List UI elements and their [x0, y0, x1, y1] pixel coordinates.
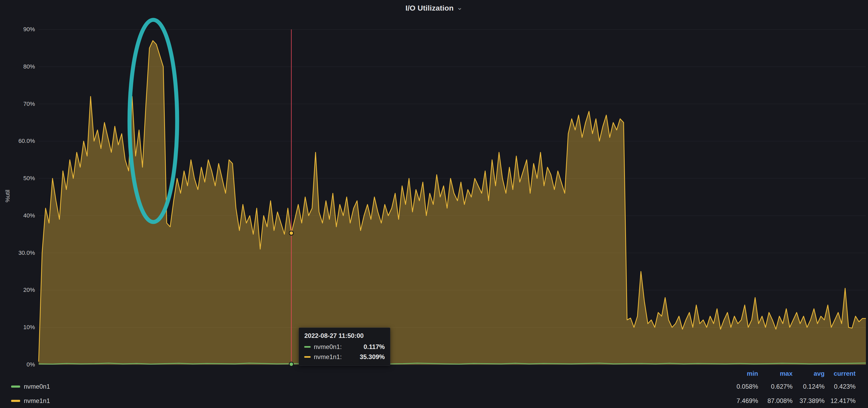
y-tick-label: 70%	[0, 101, 35, 107]
series-color-swatch-icon	[11, 400, 20, 402]
series-color-swatch-icon	[11, 385, 20, 387]
panel-title[interactable]: I/O Utilization	[405, 4, 454, 12]
legend-col-avg[interactable]: avg	[793, 370, 825, 377]
legend-series-label: nvme1n1	[24, 397, 50, 405]
legend-col-current[interactable]: current	[825, 370, 856, 377]
tooltip-timestamp: 2022-08-27 11:50:00	[304, 332, 385, 339]
hover-point	[289, 362, 293, 366]
tooltip-row: nvme0n1: 0.117%	[304, 343, 385, 350]
legend-row-nvme1n1: nvme1n1 7.469% 87.008% 37.389% 12.417%	[0, 394, 856, 408]
tooltip-series-value: 0.117%	[364, 343, 385, 350]
grafana-panel: I/O Utilization ⌄ %util 90%80%70%60.0%50…	[0, 0, 868, 408]
y-tick-label: 30.0%	[0, 249, 35, 257]
hover-tooltip: 2022-08-27 11:50:00 nvme0n1: 0.117% nvme…	[299, 328, 390, 366]
tooltip-series-name: nvme1n1:	[314, 353, 342, 361]
legend: min max avg current nvme0n1 0.058% 0.627…	[0, 368, 868, 408]
legend-current-value: 12.417%	[825, 397, 856, 405]
y-tick-label: 10%	[0, 324, 35, 331]
chart-svg[interactable]	[0, 0, 868, 408]
legend-min-value: 7.469%	[721, 397, 758, 405]
tooltip-row: nvme1n1: 35.309%	[304, 353, 385, 361]
y-tick-label: 40%	[0, 212, 35, 219]
legend-avg-value: 0.124%	[793, 383, 825, 390]
legend-col-min[interactable]: min	[721, 370, 758, 377]
series-color-swatch-icon	[304, 356, 311, 358]
y-tick-label: 80%	[0, 63, 35, 70]
tooltip-series-name: nvme0n1:	[314, 343, 342, 350]
panel-header: I/O Utilization ⌄	[0, 0, 868, 16]
y-tick-label: 20%	[0, 286, 35, 294]
legend-header: min max avg current	[0, 368, 856, 379]
chevron-down-icon[interactable]: ⌄	[457, 4, 463, 11]
legend-max-value: 0.627%	[758, 383, 793, 390]
legend-current-value: 0.423%	[825, 383, 856, 390]
y-tick-label: 0%	[0, 361, 35, 368]
y-tick-label: 90%	[0, 26, 35, 33]
series-color-swatch-icon	[304, 346, 311, 348]
y-axis: 90%80%70%60.0%50%40%30.0%20%10%0%	[0, 0, 37, 408]
legend-col-max[interactable]: max	[758, 370, 793, 377]
hover-point	[289, 231, 293, 235]
legend-avg-value: 37.389%	[793, 397, 825, 405]
y-tick-label: 50%	[0, 175, 35, 182]
legend-series-nvme0n1[interactable]: nvme0n1	[0, 383, 721, 390]
legend-series-nvme1n1[interactable]: nvme1n1	[0, 397, 721, 405]
legend-max-value: 87.008%	[758, 397, 793, 405]
legend-series-label: nvme0n1	[24, 383, 50, 390]
tooltip-series-value: 35.309%	[360, 353, 385, 361]
y-tick-label: 60.0%	[0, 138, 35, 144]
legend-row-nvme0n1: nvme0n1 0.058% 0.627% 0.124% 0.423%	[0, 379, 856, 394]
legend-min-value: 0.058%	[721, 383, 758, 390]
